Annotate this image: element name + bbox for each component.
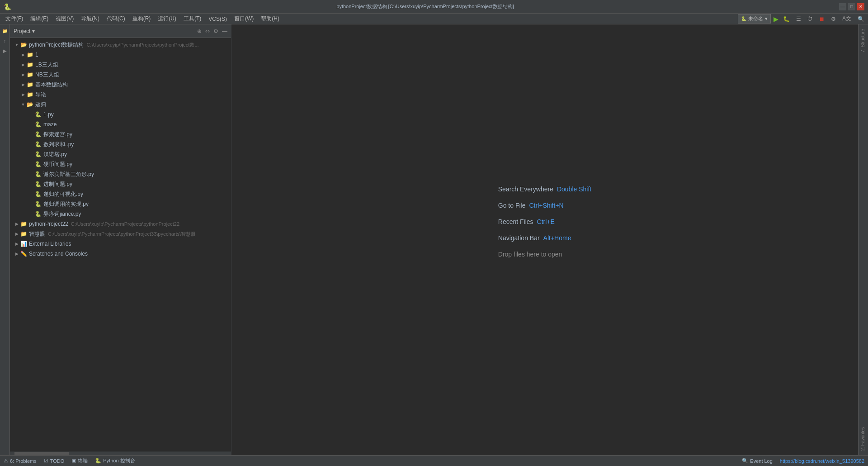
settings-gear-icon[interactable]: ⚙ xyxy=(213,28,218,34)
tree-item-daolun[interactable]: ▶ 📁 导论 xyxy=(10,90,231,100)
left-side-icons: 📁 ↕ ▶ xyxy=(0,24,10,455)
yxcjiance-icon: 🐍 xyxy=(34,210,42,218)
status-event-log[interactable]: 🔍 Event Log xyxy=(742,458,773,464)
tree-item-proj22[interactable]: ▶ 📁 pythonProject22 C:\Users\xuyip\Pycha… xyxy=(10,219,231,229)
menu-vcs[interactable]: VCS(S) xyxy=(205,14,231,24)
panel-title-arrow[interactable]: ▾ xyxy=(32,28,35,34)
maze-spacer xyxy=(28,121,34,128)
menu-window[interactable]: 窗口(W) xyxy=(231,14,257,24)
debug-button[interactable]: 🐛 xyxy=(781,15,792,23)
tree-item-yywt[interactable]: 🐍 硬币问题.py xyxy=(10,159,231,169)
root-expand-arrow[interactable]: ▼ xyxy=(14,42,20,48)
tree-item-szqh[interactable]: 🐍 数列求和..py xyxy=(10,139,231,149)
collapse-all-button[interactable]: ⇔ xyxy=(205,28,210,34)
tree-root-node[interactable]: ▼ 📂 pythonProject数据结构 C:\Users\xuyip\Pyc… xyxy=(10,40,231,50)
search-everywhere-label: Search Everywhere xyxy=(498,185,553,193)
project-tool-icon[interactable]: 📁 xyxy=(0,26,9,35)
dgksh-label: 递归的可视化.py xyxy=(43,190,83,198)
tree-item-jbsjjg[interactable]: ▶ 📁 基本数据结构 xyxy=(10,80,231,90)
status-python-console[interactable]: 🐍 Python 控制台 xyxy=(95,457,135,464)
run-button[interactable]: ▶ xyxy=(774,15,778,23)
menu-view[interactable]: 视图(V) xyxy=(52,14,77,24)
proj22-expand-arrow[interactable]: ▶ xyxy=(14,221,20,227)
menu-help[interactable]: 帮助(H) xyxy=(257,14,283,24)
tree-item-lb[interactable]: ▶ 📁 LB三人组 xyxy=(10,60,231,70)
digui-expand-arrow[interactable]: ▼ xyxy=(20,101,26,108)
folder1-expand-arrow[interactable]: ▶ xyxy=(20,52,26,58)
problems-icon: ⚠ xyxy=(4,458,8,464)
dgksh-spacer xyxy=(28,191,34,197)
status-url[interactable]: https://blog.csdn.net/weixin_51390582 xyxy=(780,458,864,464)
menu-tools[interactable]: 工具(T) xyxy=(180,14,205,24)
jbsjjg-expand-arrow[interactable]: ▶ xyxy=(20,81,26,88)
commit-icon[interactable]: ↕ xyxy=(0,36,9,45)
status-todo[interactable]: ☑ TODO xyxy=(44,458,65,464)
menu-navigate[interactable]: 导航(N) xyxy=(77,14,103,24)
search-everywhere-shortcut: Double Shift xyxy=(557,185,591,193)
maze-label: maze xyxy=(43,121,57,128)
tree-item-dgksh[interactable]: 🐍 递归的可视化.py xyxy=(10,189,231,199)
stop-button[interactable]: ⏹ xyxy=(817,15,826,23)
run-config-dropdown[interactable]: 🐍 未命名 ▾ xyxy=(738,14,771,24)
tree-item-digui[interactable]: ▼ 📂 递归 xyxy=(10,100,231,109)
welcome-row-search: Search Everywhere Double Shift xyxy=(498,185,591,193)
menu-edit[interactable]: 编辑(E) xyxy=(27,14,52,24)
tree-item-dgdysx[interactable]: 🐍 递归调用的实现.py xyxy=(10,199,231,209)
root-folder-label: pythonProject数据结构 xyxy=(29,41,84,49)
folder1-label: 1 xyxy=(35,52,38,58)
lb-expand-arrow[interactable]: ▶ xyxy=(20,62,26,68)
translate-button[interactable]: A文 xyxy=(840,14,853,24)
locate-file-button[interactable]: ⊕ xyxy=(197,28,202,34)
menu-file[interactable]: 文件(F) xyxy=(2,14,27,24)
status-terminal[interactable]: ▣ 终端 xyxy=(71,457,88,464)
tree-view[interactable]: ▼ 📂 pythonProject数据结构 C:\Users\xuyip\Pyc… xyxy=(10,38,231,452)
menu-refactor[interactable]: 重构(R) xyxy=(129,14,155,24)
extlibs-label: External Libraries xyxy=(29,241,71,247)
dgdysx-icon: 🐍 xyxy=(34,200,42,208)
scratches-expand-arrow[interactable]: ▶ xyxy=(14,251,20,257)
minimize-button[interactable]: — xyxy=(839,3,846,10)
digui-folder-icon: 📂 xyxy=(26,101,33,108)
right-vtab-structure[interactable]: 7: Structure xyxy=(859,24,868,57)
run-config-label: 未命名 xyxy=(748,15,763,22)
status-problems[interactable]: ⚠ 6: Problems xyxy=(4,458,37,464)
tree-scrollbar[interactable] xyxy=(10,452,231,455)
tree-item-extlibs[interactable]: ▶ 📊 External Libraries xyxy=(10,239,231,249)
right-vtabs: 7: Structure 2: Favorites xyxy=(858,24,868,455)
tree-item-jzwt[interactable]: 🐍 进制问题.py xyxy=(10,179,231,189)
window-controls: — □ ✕ xyxy=(839,3,864,10)
tree-item-nb[interactable]: ▶ 📁 NB三人组 xyxy=(10,70,231,80)
menu-run[interactable]: 运行(U) xyxy=(154,14,180,24)
tree-item-xesjjx[interactable]: 🐍 谢尔宾斯基三角形.py xyxy=(10,169,231,179)
navbar-label: Navigation Bar xyxy=(498,234,540,242)
menu-code[interactable]: 代码(C) xyxy=(103,14,129,24)
tree-item-hnlq[interactable]: 🐍 汉诺塔.py xyxy=(10,149,231,159)
hide-panel-button[interactable]: — xyxy=(222,28,227,34)
tree-item-maze[interactable]: 🐍 maze xyxy=(10,119,231,129)
right-vtab-favorites[interactable]: 2: Favorites xyxy=(859,423,868,455)
tree-item-tsmg[interactable]: 🐍 探索迷宫.py xyxy=(10,129,231,139)
daolun-expand-arrow[interactable]: ▶ xyxy=(20,91,26,98)
yxcjiance-label: 异序词jiance.py xyxy=(43,210,81,218)
settings-button[interactable]: ⚙ xyxy=(829,15,838,23)
tsmg-label: 探索迷宫.py xyxy=(43,131,72,138)
tree-item-zhihui[interactable]: ▶ 📁 智慧眼 C:\Users\xuyip\PycharmProjects\p… xyxy=(10,229,231,239)
editor-area: Search Everywhere Double Shift Go to Fil… xyxy=(231,24,858,455)
search-everywhere-button[interactable]: 🔍 xyxy=(856,15,866,23)
zhihui-expand-arrow[interactable]: ▶ xyxy=(14,231,20,237)
url-label: https://blog.csdn.net/weixin_51390582 xyxy=(780,458,864,464)
close-button[interactable]: ✕ xyxy=(857,3,864,10)
maximize-button[interactable]: □ xyxy=(848,3,855,10)
extlibs-expand-arrow[interactable]: ▶ xyxy=(14,241,20,247)
jbsjjg-label: 基本数据结构 xyxy=(35,81,68,89)
status-bar: ⚠ 6: Problems ☑ TODO ▣ 终端 🐍 Python 控制台 🔍… xyxy=(0,455,868,466)
coverage-button[interactable]: ☰ xyxy=(794,15,803,23)
tree-item-yxcjiance[interactable]: 🐍 异序词jiance.py xyxy=(10,209,231,219)
tree-item-scratches[interactable]: ▶ ✏️ Scratches and Consoles xyxy=(10,249,231,259)
main-area: 📁 ↕ ▶ Project ▾ ⊕ ⇔ ⚙ — ▼ 📂 pythonProjec xyxy=(0,24,868,455)
tree-item-1py[interactable]: 🐍 1.py xyxy=(10,109,231,119)
nb-expand-arrow[interactable]: ▶ xyxy=(20,71,26,78)
tree-item-folder-1[interactable]: ▶ 📁 1 xyxy=(10,50,231,60)
profile-button[interactable]: ⏱ xyxy=(806,15,815,23)
run-tool-icon[interactable]: ▶ xyxy=(0,46,9,55)
